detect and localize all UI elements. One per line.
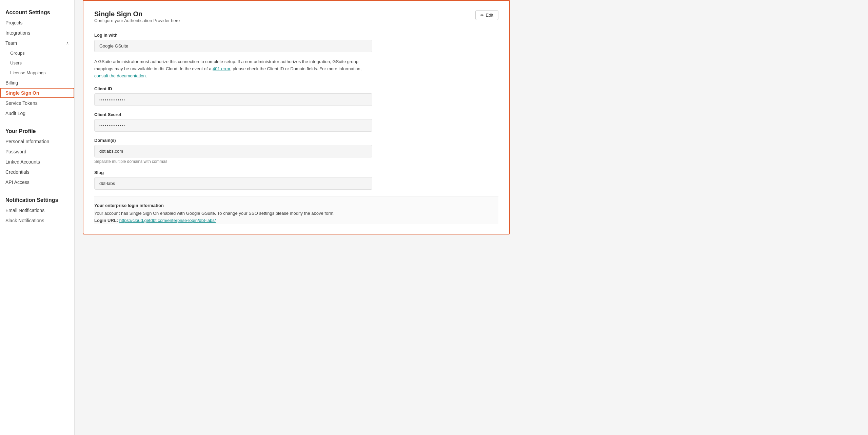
sidebar-item-service-tokens[interactable]: Service Tokens: [0, 98, 74, 108]
enterprise-title: Your enterprise login information: [94, 203, 498, 208]
consult-documentation-link[interactable]: consult the documentation: [94, 73, 146, 78]
page-title: Single Sign On: [94, 10, 180, 18]
client-secret-label: Client Secret: [94, 112, 498, 117]
slug-value: dbt-labs: [94, 177, 372, 190]
login-with-field: Log in with Google GSuite: [94, 33, 498, 52]
notification-settings-title: Notification Settings: [0, 194, 74, 205]
sidebar-item-credentials[interactable]: Credentials: [0, 167, 74, 177]
card-header: Single Sign On Configure your Authentica…: [94, 10, 498, 30]
sidebar-item-slack-notifications[interactable]: Slack Notifications: [0, 215, 74, 226]
sidebar-item-groups[interactable]: Groups: [0, 48, 74, 58]
sidebar-item-team[interactable]: Team ∧: [0, 38, 74, 48]
slug-label: Slug: [94, 170, 498, 175]
sidebar-item-password[interactable]: Password: [0, 147, 74, 157]
sidebar-item-audit-log[interactable]: Audit Log: [0, 108, 74, 118]
sidebar-item-projects[interactable]: Projects: [0, 18, 74, 28]
client-id-label: Client ID: [94, 86, 498, 91]
card-title-group: Single Sign On Configure your Authentica…: [94, 10, 180, 30]
login-url-link[interactable]: https://cloud.getdbt.com/enterprise-logi…: [119, 218, 216, 223]
enterprise-text: Your account has Single Sign On enabled …: [94, 211, 498, 216]
info-text: A GSuite administrator must authorize th…: [94, 58, 372, 79]
client-id-value: ••••••••••••••: [94, 93, 372, 106]
edit-button[interactable]: ✏ Edit: [475, 10, 498, 20]
client-secret-value: ••••••••••••••: [94, 119, 372, 132]
client-id-field: Client ID ••••••••••••••: [94, 86, 498, 106]
sidebar-item-email-notifications[interactable]: Email Notifications: [0, 205, 74, 215]
domains-value: dbtlabs.com: [94, 145, 372, 157]
sidebar: Account Settings Projects Integrations T…: [0, 0, 75, 435]
login-with-label: Log in with: [94, 33, 498, 38]
login-url-row: Login URL: https://cloud.getdbt.com/ente…: [94, 218, 498, 223]
sso-card: Single Sign On Configure your Authentica…: [83, 0, 510, 234]
sidebar-item-license-mappings[interactable]: License Mappings: [0, 68, 74, 78]
chevron-up-icon: ∧: [66, 41, 69, 45]
your-profile-title: Your Profile: [0, 126, 74, 136]
sidebar-item-api-access[interactable]: API Access: [0, 177, 74, 187]
sidebar-item-users[interactable]: Users: [0, 58, 74, 68]
sidebar-item-single-sign-on[interactable]: Single Sign On: [0, 88, 74, 98]
sidebar-divider-1: [0, 122, 74, 122]
domains-field: Domain(s) dbtlabs.com Separate multiple …: [94, 138, 498, 164]
sidebar-item-integrations[interactable]: Integrations: [0, 28, 74, 38]
sidebar-item-personal-information[interactable]: Personal Information: [0, 136, 74, 147]
main-content: Single Sign On Configure your Authentica…: [75, 0, 868, 435]
login-with-value: Google GSuite: [94, 40, 372, 52]
account-settings-title: Account Settings: [0, 7, 74, 18]
enterprise-info-box: Your enterprise login information Your a…: [94, 196, 498, 224]
sidebar-item-linked-accounts[interactable]: Linked Accounts: [0, 157, 74, 167]
domains-hint: Separate multiple domains with commas: [94, 159, 498, 164]
card-subtitle: Configure your Authentication Provider h…: [94, 18, 180, 23]
login-url-label: Login URL:: [94, 218, 118, 223]
slug-field: Slug dbt-labs: [94, 170, 498, 190]
sidebar-divider-2: [0, 191, 74, 191]
pencil-icon: ✏: [480, 13, 484, 18]
sidebar-item-billing[interactable]: Billing: [0, 78, 74, 88]
error-401-link[interactable]: 401 error: [213, 66, 230, 71]
domains-label: Domain(s): [94, 138, 498, 143]
client-secret-field: Client Secret ••••••••••••••: [94, 112, 498, 132]
